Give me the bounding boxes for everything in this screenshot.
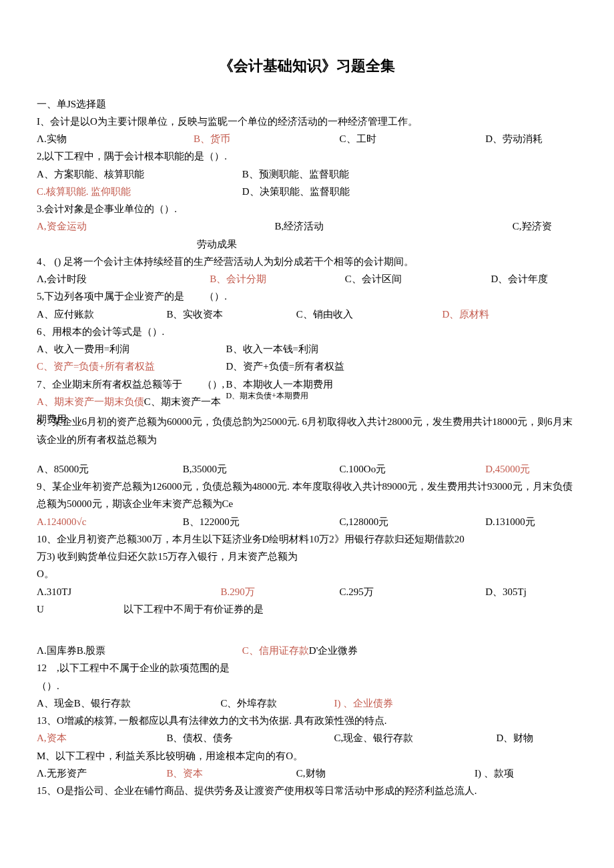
q10-stem3: O。	[37, 565, 577, 582]
q4-opt-a: Λ,会计时段	[37, 270, 210, 288]
q3-stem: 3.会计对象是企事业单位的（）.	[37, 200, 577, 218]
q2-options-row1: A、方案职能、核算职能 B、预测职能、监督职能	[37, 165, 577, 183]
q3-extra: 劳动成果	[37, 236, 577, 253]
q2-opt-b: B、预测职能、监督职能	[242, 165, 349, 183]
q5-stem: 5,下边列各项中属于企业资产的是 （）.	[37, 288, 577, 305]
q6-opt-a: A、收入一费用=利润	[37, 340, 226, 358]
q5-opt-c: C、销由收入	[296, 306, 442, 323]
q13-stem: 13、O增减的核算, 一般都应以具有法律效力的文书为依据. 具有政策性强的特点.	[37, 712, 577, 729]
q1-options: Λ.实物 B、货币 C、工时 D、劳动消耗	[37, 130, 577, 147]
q8-opt-b: B,35000元	[183, 460, 340, 478]
q1-opt-d: D、劳动消耗	[485, 130, 543, 147]
q6-options-row1: A、收入一费用=利润 B、收入一本钱=利润	[37, 340, 577, 358]
q12-opt-c: C、外埠存款	[220, 695, 334, 712]
q14-options: Λ.无形资产 B、资本 C,财物 I) 、款项	[37, 765, 577, 782]
q4-stem: 4、 () 足将一个会计主体持续经苜的生产经营活动人为划分成若干个相等的会计期间…	[37, 253, 577, 270]
q2-opt-a: A、方案职能、核算职能	[37, 165, 242, 183]
q12-opt-d: I) 、企业债券	[334, 695, 393, 712]
q6-opt-c: C、资产=负债+所有者权益	[37, 358, 226, 375]
q7-opt-b: B、本期收人一本期费用	[226, 376, 333, 393]
q10-opt-d: D、305Tj	[485, 583, 527, 600]
q1-opt-b: B、货币	[194, 130, 340, 147]
q9-opt-c: C,128000元	[340, 513, 486, 530]
q12-opt-ab: A、现金B、银行存款	[37, 695, 220, 712]
q11-opt-c: C、信用证存款	[242, 645, 309, 656]
q8-opt-d: D,45000元	[485, 460, 530, 478]
q7-opt-a: A、期末资产一期末负债	[37, 396, 144, 407]
q9-opt-d: D.131000元	[485, 513, 535, 530]
q4-opt-d: D、会计年度	[491, 270, 548, 288]
q6-opt-b: B、收入一本钱=利润	[226, 340, 318, 358]
q12-stem1: 12 ,以下工程中不属于企业的款项范围的是	[37, 659, 577, 677]
q13-opt-c: C,现金、银行存款	[334, 729, 496, 747]
q13-opt-b: B、债权、债务	[166, 729, 334, 747]
q8-opt-c: C.100Oo元	[340, 460, 486, 478]
q3-opt-c: C,羟济资	[513, 218, 552, 235]
q11-options: Λ.国库券B.股票 C、信用证存款D'企业微券	[37, 642, 577, 659]
q9-stem: 9、某企业年初资产总额为126000元，负债总额为48000元. 本年度取得收入…	[37, 478, 577, 513]
q3-options: A,资金运动 B,经济活动 C,羟济资	[37, 218, 577, 235]
q14-opt-c: C,财物	[296, 765, 475, 782]
q4-options: Λ,会计时段 B、会计分期 C、会计区间 D、会计年度	[37, 270, 577, 288]
q1-stem: I、会计是以O为主要计限单位，反映与监昵一个单位的经济活动的一种经济管理工作。	[37, 113, 577, 130]
q8-opt-a: A、85000元	[37, 460, 183, 478]
q2-options-row2: C.核算职能. 监仰职能 D、决策职能、监督职能	[37, 183, 577, 200]
q12-options: A、现金B、银行存款 C、外埠存款 I) 、企业债券	[37, 695, 577, 712]
q9-options: A.124000√c B、122000元 C,128000元 D.131000元	[37, 513, 577, 530]
q3-opt-b: B,经济活动	[274, 218, 512, 235]
q14-opt-b: B、资本	[166, 765, 296, 782]
q12-stem2: （）.	[37, 677, 577, 695]
q13-opt-d: D、财物	[496, 729, 533, 747]
q3-opt-a: A,资金运动	[37, 218, 274, 235]
q6-opt-d: D、资产+负债=所有者权益	[226, 358, 345, 375]
q11-pre: U	[37, 600, 123, 618]
q11-opt-cd: C、信用证存款D'企业微券	[242, 642, 358, 659]
q10-opt-a: Λ.310TJ	[37, 583, 220, 600]
q1-opt-a: Λ.实物	[37, 130, 194, 147]
q2-opt-d: D、决策职能、监督职能	[242, 183, 350, 200]
q5-options: A、应付账款 B、实收资本 C、销由收入 D、原材料	[37, 306, 577, 323]
q10-opt-b: B.290万	[220, 583, 339, 600]
q5-opt-d: D、原材料	[442, 306, 489, 323]
q11-stem: 以下工程中不周于有价证券的是	[123, 600, 264, 618]
q4-opt-b: B、会计分期	[210, 270, 345, 288]
q7-stem: 7、企业期末所有者权益总额等于 （）,	[37, 376, 226, 393]
q9-opt-b: B、122000元	[183, 513, 340, 530]
q10-stem1: 10、企业月初资产总额300万，本月生以下廷济业务D绘明材料10万2》用银行存款…	[37, 530, 577, 548]
q13-opt-a: A,资本	[37, 729, 166, 747]
q13-options: A,资本 B、债权、债务 C,现金、银行存款 D、财物	[37, 729, 577, 747]
page-title: 《会计基础知识》习题全集	[37, 53, 577, 79]
q14-opt-d: I) 、款项	[475, 765, 514, 782]
q15-stem: 15、O是指公司、企业在铺竹商品、提供劳务及让渡资产使用权等日常活动中形成的羟济…	[37, 782, 577, 799]
q10-options: Λ.310TJ B.290万 C.295万 D、305Tj	[37, 583, 577, 600]
q14-stem: M、以下工程中，利益关系比较明确，用途根本定向的有O。	[37, 747, 577, 765]
q6-stem: 6、用根本的会计等式是（）.	[37, 323, 577, 340]
q5-opt-b: B、实收资本	[166, 306, 296, 323]
q5-opt-a: A、应付账款	[37, 306, 166, 323]
q10-opt-c: C.295万	[340, 583, 486, 600]
q11-opt-d: D'企业微券	[309, 645, 358, 656]
q4-opt-c: C、会计区间	[345, 270, 491, 288]
q2-opt-c: C.核算职能. 监仰职能	[37, 183, 242, 200]
section-heading: 一、单JS选择题	[37, 95, 577, 113]
q8-stem: 8、某企业6月初的资产总额为60000元，负债总韵为25000元. 6月初取得收…	[37, 413, 577, 448]
q11-stem-row: U 以下工程中不周于有价证券的是	[37, 600, 577, 618]
q8-options: A、85000元 B,35000元 C.100Oo元 D,45000元	[37, 460, 577, 478]
q1-opt-c: C、工时	[340, 130, 486, 147]
q10-stem2: 万3) 收到购货单位归还欠款15万存入银行，月末资产总额为	[37, 548, 577, 565]
q6-options-row2: C、资产=负债+所有者权益 D、资产+负债=所有者权益	[37, 358, 577, 375]
q11-opt-ab: Λ.国库券B.股票	[37, 642, 242, 659]
q14-opt-a: Λ.无形资产	[37, 765, 166, 782]
q9-opt-a: A.124000√c	[37, 513, 183, 530]
q2-stem: 2,以下工程中，隅于会计根本职能的是（）.	[37, 147, 577, 165]
